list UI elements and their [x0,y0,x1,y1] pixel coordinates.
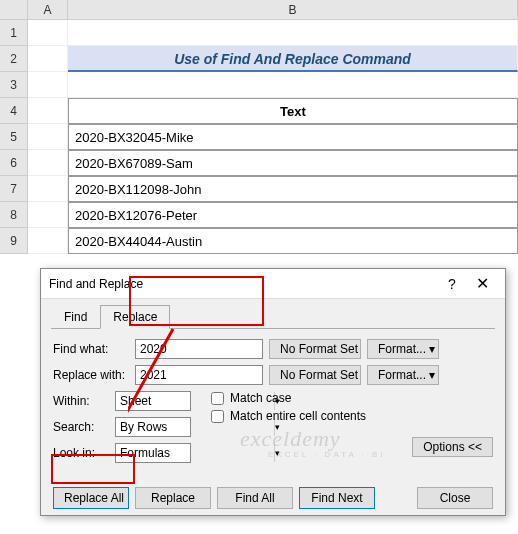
cell[interactable] [28,176,68,202]
match-contents-checkbox[interactable] [211,410,224,423]
lookin-combo[interactable]: ▾ [115,443,191,463]
lookin-label: Look in: [53,446,109,460]
table-header[interactable]: Text [68,98,518,124]
cell[interactable] [28,20,68,46]
match-case-label: Match case [230,391,291,405]
cell[interactable] [28,150,68,176]
find-format-button[interactable]: Format... ▾ [367,339,439,359]
column-header-A[interactable]: A [28,0,68,19]
replace-format-preview[interactable]: No Format Set [269,365,361,385]
cell[interactable] [28,124,68,150]
cell[interactable] [28,202,68,228]
find-all-button[interactable]: Find All [217,487,293,509]
replace-format-button[interactable]: Format... ▾ [367,365,439,385]
row-header[interactable]: 3 [0,72,28,98]
help-button[interactable]: ? [437,276,467,292]
close-icon[interactable]: ✕ [467,274,497,293]
cell[interactable] [68,72,518,98]
close-button[interactable]: Close [417,487,493,509]
tab-replace[interactable]: Replace [100,305,170,329]
cell[interactable] [28,46,68,72]
row-header[interactable]: 5 [0,124,28,150]
find-replace-dialog: Find and Replace ? ✕ Find Replace Find w… [40,268,506,516]
find-what-combo[interactable]: ▾ [135,339,263,359]
column-header-B[interactable]: B [68,0,518,19]
table-row[interactable]: 2020-BX32045-Mike [68,124,518,150]
row-header[interactable]: 6 [0,150,28,176]
title-cell[interactable]: Use of Find And Replace Command [68,46,518,72]
replace-all-button[interactable]: Replace All [53,487,129,509]
select-all-corner[interactable] [0,0,28,19]
cell[interactable] [28,228,68,254]
row-header[interactable]: 8 [0,202,28,228]
find-format-preview[interactable]: No Format Set [269,339,361,359]
row-header[interactable]: 4 [0,98,28,124]
within-combo[interactable]: ▾ [115,391,191,411]
search-label: Search: [53,420,109,434]
table-row[interactable]: 2020-BX44044-Austin [68,228,518,254]
replace-button[interactable]: Replace [135,487,211,509]
search-combo[interactable]: ▾ [115,417,191,437]
row-header[interactable]: 9 [0,228,28,254]
match-contents-label: Match entire cell contents [230,409,366,423]
spreadsheet: A B 1 2Use of Find And Replace Command 3… [0,0,518,254]
find-next-button[interactable]: Find Next [299,487,375,509]
replace-with-combo[interactable]: ▾ [135,365,263,385]
cell[interactable] [68,20,518,46]
within-label: Within: [53,394,109,408]
replace-with-label: Replace with: [53,368,129,382]
match-case-checkbox[interactable] [211,392,224,405]
cell[interactable] [28,72,68,98]
table-row[interactable]: 2020-BX67089-Sam [68,150,518,176]
dialog-title: Find and Replace [49,277,437,291]
cell[interactable] [28,98,68,124]
table-row[interactable]: 2020-BX112098-John [68,176,518,202]
options-button[interactable]: Options << [412,437,493,457]
table-row[interactable]: 2020-BX12076-Peter [68,202,518,228]
find-what-label: Find what: [53,342,129,356]
row-header[interactable]: 2 [0,46,28,72]
tab-find[interactable]: Find [51,305,100,329]
row-header[interactable]: 7 [0,176,28,202]
row-header[interactable]: 1 [0,20,28,46]
